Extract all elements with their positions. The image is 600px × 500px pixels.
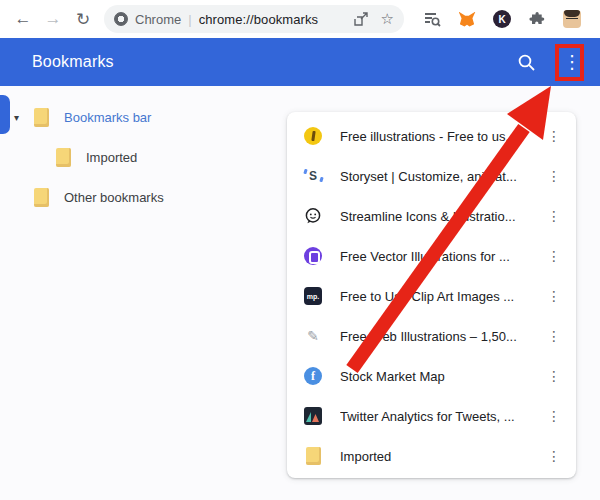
bookmarks-header: Bookmarks ⋮ (0, 38, 600, 86)
bookmark-title: Storyset | Customize, animat... (340, 169, 546, 184)
share-icon[interactable] (353, 11, 369, 27)
favicon-free-illustrations (303, 126, 323, 146)
url-app-name: Chrome (135, 12, 181, 27)
favicon-mp: mp. (303, 286, 323, 306)
bookmark-row[interactable]: ✎ Free Web Illustrations – 1,50... ⋮ (287, 316, 576, 356)
k-extension-icon[interactable]: K (492, 9, 512, 29)
folder-label: Bookmarks bar (64, 110, 151, 125)
url-separator: | (188, 12, 191, 27)
favicon-streamline (303, 206, 323, 226)
notes-extension-icon[interactable] (422, 9, 442, 29)
bookmark-row[interactable]: mp. Free to Use Clip Art Images ... ⋮ (287, 276, 576, 316)
bookmark-row[interactable]: Imported ⋮ (287, 436, 576, 476)
forward-icon: → (45, 9, 62, 29)
row-menu-button[interactable]: ⋮ (546, 128, 562, 144)
reload-icon: ↻ (76, 9, 90, 30)
extensions-puzzle-icon[interactable] (527, 9, 547, 29)
bookmark-title: Free illustrations - Free to us... (340, 129, 546, 144)
bookmark-row[interactable]: S Storyset | Customize, animat... ⋮ (287, 156, 576, 196)
k-badge-icon: K (493, 10, 511, 28)
metamask-extension-icon[interactable] (457, 9, 477, 29)
pencil-icon: ✎ (303, 326, 323, 346)
bookmark-title: Free Web Illustrations – 1,50... (340, 329, 546, 344)
bookmark-title: Streamline Icons & Illustratio... (340, 209, 546, 224)
sidebar-item-bookmarks-bar[interactable]: ▾ Bookmarks bar (0, 97, 287, 137)
row-menu-button[interactable]: ⋮ (546, 248, 562, 264)
folder-icon (56, 148, 71, 167)
bookmark-row[interactable]: Streamline Icons & Illustratio... ⋮ (287, 196, 576, 236)
back-icon: ← (15, 9, 32, 29)
bookmark-star-icon[interactable]: ☆ (381, 10, 394, 28)
bookmark-title: Twitter Analytics for Tweets, ... (340, 409, 546, 424)
bookmark-title: Stock Market Map (340, 369, 546, 384)
fox-icon (459, 12, 476, 27)
address-bar[interactable]: Chrome | chrome://bookmarks ☆ (104, 5, 404, 33)
folder-icon (303, 446, 323, 466)
favicon-finviz: f (303, 366, 323, 386)
forward-button[interactable]: → (40, 6, 66, 32)
extensions-area: K ⋮ (422, 9, 600, 29)
chrome-logo-icon (114, 12, 128, 26)
bookmark-title: Free to Use Clip Art Images ... (340, 289, 546, 304)
sidebar-item-imported[interactable]: Imported (0, 137, 287, 177)
bookmark-row[interactable]: Twitter Analytics for Tweets, ... ⋮ (287, 396, 576, 436)
reload-button[interactable]: ↻ (70, 6, 96, 32)
row-menu-button[interactable]: ⋮ (546, 208, 562, 224)
bookmark-row[interactable]: Free Vector Illustrations for ... ⋮ (287, 236, 576, 276)
row-menu-button[interactable]: ⋮ (546, 328, 562, 344)
bookmark-row[interactable]: f Stock Market Map ⋮ (287, 356, 576, 396)
face-bubble-icon (304, 207, 322, 225)
folder-label: Other bookmarks (64, 190, 164, 205)
row-menu-button[interactable]: ⋮ (546, 168, 562, 184)
back-button[interactable]: ← (10, 6, 36, 32)
folder-tree: ▾ Bookmarks bar Imported Other bookmarks (0, 86, 287, 217)
row-menu-button[interactable]: ⋮ (546, 448, 562, 464)
sidebar-item-other-bookmarks[interactable]: Other bookmarks (0, 177, 287, 217)
organize-menu-button[interactable]: ⋮ (562, 51, 582, 73)
profile-avatar[interactable] (562, 9, 582, 29)
content-area: ▾ Bookmarks bar Imported Other bookmarks… (0, 86, 600, 500)
folder-label: Imported (86, 150, 137, 165)
avatar-icon (563, 10, 581, 28)
favicon-storyset: S (303, 166, 323, 186)
favicon-twitter-analytics (303, 406, 323, 426)
row-menu-button[interactable]: ⋮ (546, 288, 562, 304)
folder-icon (34, 108, 49, 127)
bookmark-title: Free Vector Illustrations for ... (340, 249, 546, 264)
folder-icon (34, 188, 49, 207)
url-text: chrome://bookmarks (199, 12, 319, 27)
row-menu-button[interactable]: ⋮ (546, 368, 562, 384)
chevron-down-icon[interactable]: ▾ (14, 112, 34, 123)
bookmark-list: Free illustrations - Free to us... ⋮ S S… (287, 112, 576, 478)
row-menu-button[interactable]: ⋮ (546, 408, 562, 424)
browser-toolbar: ← → ↻ Chrome | chrome://bookmarks ☆ K (0, 0, 600, 38)
favicon-free-vector (303, 246, 323, 266)
bookmark-title: Imported (340, 449, 546, 464)
page-title: Bookmarks (32, 53, 114, 71)
search-icon[interactable] (517, 53, 536, 72)
bookmark-row[interactable]: Free illustrations - Free to us... ⋮ (287, 116, 576, 156)
